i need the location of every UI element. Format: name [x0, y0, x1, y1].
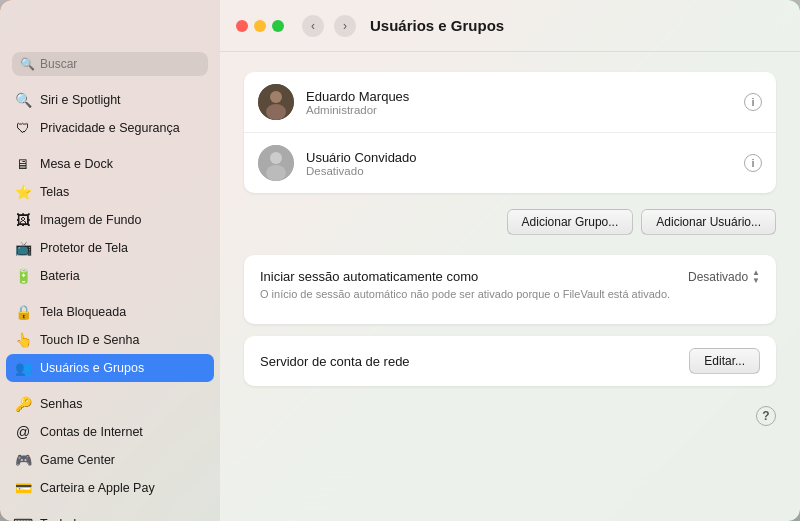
sidebar-item-wallet[interactable]: 💳 Carteira e Apple Pay: [6, 474, 214, 502]
network-row: Servidor de conta de rede Editar...: [244, 336, 776, 386]
sidebar-item-label: Usuários e Grupos: [40, 361, 144, 375]
user-role: Desativado: [306, 165, 732, 177]
sidebar-item-siri[interactable]: 🔍 Siri e Spotlight: [6, 86, 214, 114]
content-area: Eduardo Marques Administrador i U: [220, 52, 800, 521]
svg-point-4: [270, 152, 282, 164]
close-button[interactable]: [236, 20, 248, 32]
sidebar-item-label: Bateria: [40, 269, 80, 283]
add-group-button[interactable]: Adicionar Grupo...: [507, 209, 634, 235]
sidebar: 🔍 🔍 Siri e Spotlight 🛡 Privacidade e Seg…: [0, 0, 220, 521]
sidebar-item-label: Mesa e Dock: [40, 157, 113, 171]
internet-icon: @: [14, 423, 32, 441]
search-bar[interactable]: 🔍: [12, 52, 208, 76]
sidebar-item-label: Tela Bloqueada: [40, 305, 126, 319]
add-buttons-row: Adicionar Grupo... Adicionar Usuário...: [244, 209, 776, 235]
titlebar: ‹ › Usuários e Grupos: [220, 0, 800, 52]
sidebar-item-label: Privacidade e Segurança: [40, 121, 180, 135]
wallpaper-icon: 🖼: [14, 211, 32, 229]
autologin-section: Iniciar sessão automaticamente como O in…: [244, 255, 776, 324]
keyboard-icon: ⌨: [14, 515, 32, 521]
forward-button[interactable]: ›: [334, 15, 356, 37]
autologin-label: Iniciar sessão automaticamente como: [260, 269, 676, 284]
sidebar-item-displays[interactable]: ⭐ Telas: [6, 178, 214, 206]
table-row: Usuário Convidado Desativado i: [244, 132, 776, 193]
autologin-control: Desativado ▲ ▼: [688, 269, 760, 285]
avatar-guest: [258, 145, 294, 181]
sidebar-item-desktop[interactable]: 🖥 Mesa e Dock: [6, 150, 214, 178]
user-info-button[interactable]: i: [744, 154, 762, 172]
search-icon: 🔍: [20, 57, 35, 71]
sidebar-item-screensaver[interactable]: 📺 Protetor de Tela: [6, 234, 214, 262]
displays-icon: ⭐: [14, 183, 32, 201]
sidebar-item-users[interactable]: 👥 Usuários e Grupos: [6, 354, 214, 382]
autologin-label-group: Iniciar sessão automaticamente como O in…: [260, 269, 676, 302]
add-user-button[interactable]: Adicionar Usuário...: [641, 209, 776, 235]
traffic-lights: [236, 20, 284, 32]
separator: [6, 382, 214, 390]
sidebar-item-label: Siri e Spotlight: [40, 93, 121, 107]
privacy-icon: 🛡: [14, 119, 32, 137]
back-button[interactable]: ‹: [302, 15, 324, 37]
sidebar-item-passwords[interactable]: 🔑 Senhas: [6, 390, 214, 418]
sidebar-list: 🔍 Siri e Spotlight 🛡 Privacidade e Segur…: [0, 86, 220, 521]
lockscreen-icon: 🔒: [14, 303, 32, 321]
sidebar-item-privacy[interactable]: 🛡 Privacidade e Segurança: [6, 114, 214, 142]
search-input[interactable]: [40, 57, 200, 71]
passwords-icon: 🔑: [14, 395, 32, 413]
user-info: Eduardo Marques Administrador: [306, 89, 732, 116]
sidebar-item-label: Imagem de Fundo: [40, 213, 141, 227]
gamecenter-icon: 🎮: [14, 451, 32, 469]
user-info-button[interactable]: i: [744, 93, 762, 111]
battery-icon: 🔋: [14, 267, 32, 285]
screensaver-icon: 📺: [14, 239, 32, 257]
help-row: ?: [244, 406, 776, 426]
sidebar-item-internet[interactable]: @ Contas de Internet: [6, 418, 214, 446]
edit-button[interactable]: Editar...: [689, 348, 760, 374]
desktop-icon: 🖥: [14, 155, 32, 173]
sidebar-item-label: Telas: [40, 185, 69, 199]
sidebar-item-keyboard[interactable]: ⌨ Teclado: [6, 510, 214, 521]
autologin-value: Desativado: [688, 270, 748, 284]
sidebar-item-label: Carteira e Apple Pay: [40, 481, 155, 495]
sidebar-item-label: Teclado: [40, 517, 83, 521]
user-info: Usuário Convidado Desativado: [306, 150, 732, 177]
user-role: Administrador: [306, 104, 732, 116]
table-row: Eduardo Marques Administrador i: [244, 72, 776, 132]
stepper-down: ▼: [752, 277, 760, 285]
sidebar-item-gamecenter[interactable]: 🎮 Game Center: [6, 446, 214, 474]
network-label: Servidor de conta de rede: [260, 354, 689, 369]
sidebar-item-label: Contas de Internet: [40, 425, 143, 439]
minimize-button[interactable]: [254, 20, 266, 32]
sidebar-item-touchid[interactable]: 👆 Touch ID e Senha: [6, 326, 214, 354]
sidebar-item-lockscreen[interactable]: 🔒 Tela Bloqueada: [6, 298, 214, 326]
autologin-row: Iniciar sessão automaticamente como O in…: [260, 269, 760, 302]
users-icon: 👥: [14, 359, 32, 377]
user-name: Eduardo Marques: [306, 89, 732, 104]
sidebar-item-wallpaper[interactable]: 🖼 Imagem de Fundo: [6, 206, 214, 234]
separator: [6, 502, 214, 510]
main-window: 🔍 🔍 Siri e Spotlight 🛡 Privacidade e Seg…: [0, 0, 800, 521]
stepper-arrows[interactable]: ▲ ▼: [752, 269, 760, 285]
touchid-icon: 👆: [14, 331, 32, 349]
main-content: ‹ › Usuários e Grupos Eduardo Marques: [220, 0, 800, 521]
wallet-icon: 💳: [14, 479, 32, 497]
svg-point-1: [270, 91, 282, 103]
help-button[interactable]: ?: [756, 406, 776, 426]
sidebar-item-label: Senhas: [40, 397, 82, 411]
svg-point-5: [266, 165, 286, 181]
page-title: Usuários e Grupos: [370, 17, 504, 34]
siri-icon: 🔍: [14, 91, 32, 109]
sidebar-item-label: Protetor de Tela: [40, 241, 128, 255]
separator: [6, 290, 214, 298]
separator: [6, 142, 214, 150]
maximize-button[interactable]: [272, 20, 284, 32]
users-list: Eduardo Marques Administrador i U: [244, 72, 776, 193]
sidebar-item-battery[interactable]: 🔋 Bateria: [6, 262, 214, 290]
avatar-admin: [258, 84, 294, 120]
autologin-description: O início de sessão automático não pode s…: [260, 287, 676, 302]
sidebar-item-label: Game Center: [40, 453, 115, 467]
user-name: Usuário Convidado: [306, 150, 732, 165]
sidebar-item-label: Touch ID e Senha: [40, 333, 139, 347]
svg-point-2: [266, 104, 286, 120]
